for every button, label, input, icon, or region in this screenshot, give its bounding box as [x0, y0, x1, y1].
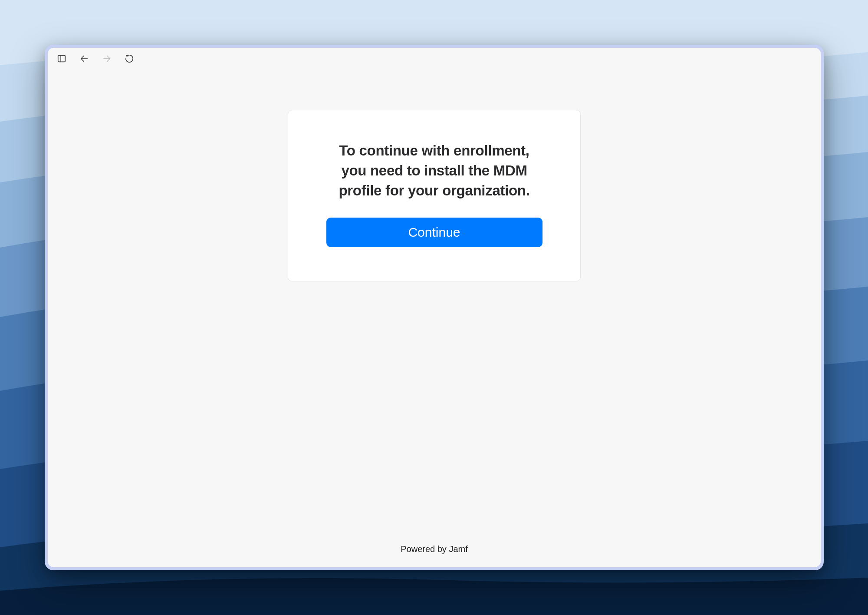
enrollment-card: To continue with enrollment, you need to… — [288, 110, 581, 281]
browser-content: To continue with enrollment, you need to… — [48, 48, 821, 567]
footer-text: Powered by Jamf — [48, 544, 821, 554]
forward-button-icon — [102, 53, 112, 64]
enrollment-heading: To continue with enrollment, you need to… — [326, 141, 543, 201]
back-button-icon[interactable] — [79, 53, 89, 64]
browser-toolbar — [48, 48, 821, 69]
continue-button[interactable]: Continue — [326, 218, 542, 247]
svg-rect-1 — [58, 56, 66, 62]
sidebar-toggle-icon[interactable] — [56, 53, 67, 64]
reload-button-icon[interactable] — [124, 53, 135, 64]
browser-window: To continue with enrollment, you need to… — [45, 45, 824, 570]
page-content: To continue with enrollment, you need to… — [48, 69, 821, 567]
